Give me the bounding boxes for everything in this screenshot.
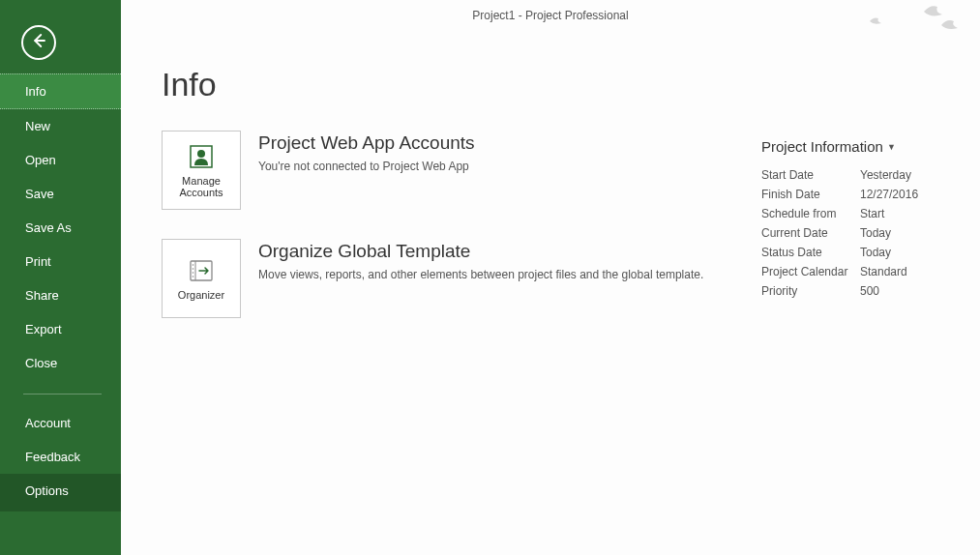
info-sections: Manage Accounts Project Web App Accounts… [162, 131, 761, 347]
svg-point-2 [197, 150, 205, 158]
info-row-current-date[interactable]: Current Date Today [761, 226, 963, 240]
info-label: Finish Date [761, 188, 860, 201]
sidebar-item-feedback[interactable]: Feedback [0, 440, 121, 474]
sidebar-item-label: Export [25, 322, 62, 336]
info-row-status-date[interactable]: Status Date Today [761, 246, 963, 259]
page-title: Info [162, 66, 980, 103]
sidebar-item-label: Save [25, 187, 54, 201]
sidebar-item-label: Open [25, 153, 56, 167]
section-organize-template: Organizer Organize Global Template Move … [162, 239, 761, 318]
info-value: Today [860, 246, 891, 259]
info-row-finish-date[interactable]: Finish Date 12/27/2016 [761, 188, 963, 201]
back-button[interactable] [21, 25, 56, 60]
sidebar-item-label: Feedback [25, 450, 80, 464]
window-title: Project1 - Project Professional [472, 9, 628, 22]
info-value: Start [860, 207, 884, 220]
tile-label: Manage Accounts [166, 175, 236, 198]
svg-point-8 [193, 276, 194, 278]
info-value: Today [860, 226, 891, 240]
sidebar-item-label: New [25, 119, 50, 133]
organizer-button[interactable]: Organizer [162, 239, 241, 318]
sidebar-item-save[interactable]: Save [0, 177, 121, 211]
svg-point-6 [193, 268, 194, 270]
back-arrow-icon [30, 32, 47, 53]
sidebar-divider [23, 394, 102, 394]
info-row-project-calendar[interactable]: Project Calendar Standard [761, 265, 963, 278]
info-value: Standard [860, 265, 907, 278]
svg-point-7 [193, 272, 194, 274]
backstage-sidebar: Info New Open Save Save As Print Share E… [0, 0, 121, 555]
sidebar-item-label: Print [25, 254, 51, 269]
sidebar-item-info[interactable]: Info [0, 73, 121, 109]
info-value: 12/27/2016 [860, 188, 918, 201]
sidebar-item-print[interactable]: Print [0, 245, 121, 278]
account-icon [189, 142, 214, 171]
info-label: Priority [761, 284, 860, 298]
section-heading: Project Web App Accounts [258, 132, 761, 154]
main-panel: Project1 - Project Professional Info [121, 0, 980, 555]
sidebar-item-open[interactable]: Open [0, 143, 121, 177]
sidebar-item-close[interactable]: Close [0, 346, 121, 380]
info-row-priority[interactable]: Priority 500 [761, 284, 963, 298]
svg-point-5 [193, 264, 194, 266]
organizer-icon [188, 256, 215, 285]
info-value: Yesterday [860, 168, 911, 182]
info-row-schedule-from[interactable]: Schedule from Start [761, 207, 963, 220]
sidebar-item-label: Share [25, 288, 59, 303]
birds-decoration-icon [862, 4, 968, 49]
sidebar-item-options[interactable]: Options [0, 474, 121, 511]
info-label: Status Date [761, 246, 860, 259]
project-info-dropdown[interactable]: Project Information ▼ [761, 138, 963, 155]
info-row-start-date[interactable]: Start Date Yesterday [761, 168, 963, 182]
info-label: Schedule from [761, 207, 860, 220]
project-info-panel: Project Information ▼ Start Date Yesterd… [761, 131, 963, 347]
content-area: Manage Accounts Project Web App Accounts… [121, 131, 980, 347]
info-value: 500 [860, 284, 879, 298]
sidebar-item-label: Account [25, 416, 71, 430]
section-desc: You're not connected to Project Web App [258, 160, 761, 173]
sidebar-item-save-as[interactable]: Save As [0, 211, 121, 245]
info-label: Start Date [761, 168, 860, 182]
sidebar-item-label: Options [25, 483, 69, 498]
sidebar-item-account[interactable]: Account [0, 406, 121, 440]
sidebar-item-label: Close [25, 356, 57, 370]
info-label: Current Date [761, 226, 860, 240]
sidebar-item-new[interactable]: New [0, 109, 121, 143]
sidebar-item-label: Info [25, 84, 46, 99]
section-heading: Organize Global Template [258, 241, 761, 262]
sidebar-item-export[interactable]: Export [0, 312, 121, 346]
sidebar-item-share[interactable]: Share [0, 278, 121, 312]
sidebar-item-label: Save As [25, 220, 72, 235]
titlebar: Project1 - Project Professional [121, 0, 980, 31]
section-pwa-accounts: Manage Accounts Project Web App Accounts… [162, 131, 761, 210]
project-info-heading: Project Information [761, 138, 883, 155]
section-desc: Move views, reports, and other elements … [258, 268, 761, 281]
manage-accounts-button[interactable]: Manage Accounts [162, 131, 241, 210]
info-label: Project Calendar [761, 265, 860, 278]
dropdown-caret-icon: ▼ [887, 142, 896, 152]
tile-label: Organizer [178, 289, 224, 301]
